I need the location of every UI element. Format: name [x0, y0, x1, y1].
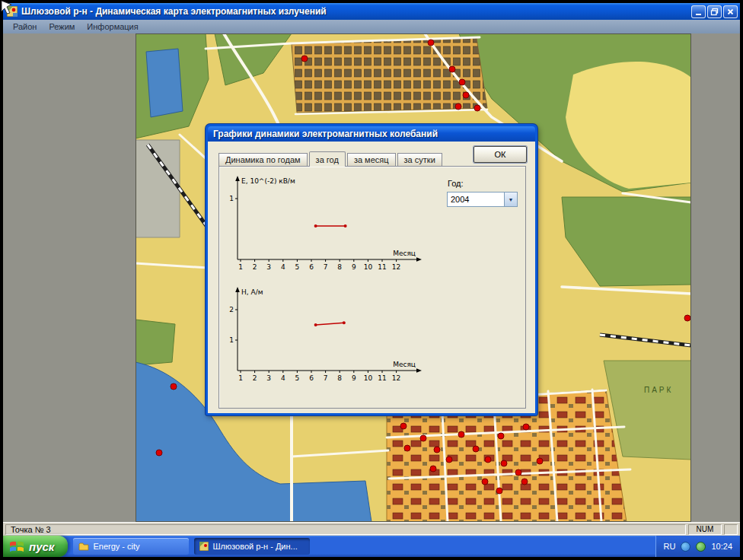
- num-lock-indicator: NUM: [697, 525, 714, 533]
- language-indicator[interactable]: RU: [664, 542, 676, 551]
- year-combobox[interactable]: 2004 ▼: [447, 192, 518, 207]
- close-button[interactable]: [723, 5, 738, 18]
- measurement-point[interactable]: [301, 56, 308, 62]
- tab-panel-za-god: E, 10^(-2) кВ/мМесяц1234567891011121 H, …: [218, 166, 526, 409]
- dialog-tab-0[interactable]: Динамика по годам: [218, 153, 308, 166]
- dialog-titlebar[interactable]: Графики динамики электромагнитных колеба…: [208, 126, 535, 142]
- measurement-point[interactable]: [498, 433, 504, 439]
- park-label: ПАРК: [644, 386, 673, 394]
- measurement-point[interactable]: [537, 458, 543, 464]
- menu-rayon[interactable]: Район: [7, 21, 43, 32]
- folder-icon: [78, 542, 89, 551]
- measurement-point[interactable]: [459, 79, 465, 85]
- measurement-point[interactable]: [400, 423, 407, 429]
- svg-text:5: 5: [295, 374, 300, 382]
- svg-text:4: 4: [281, 263, 285, 271]
- svg-text:9: 9: [352, 374, 356, 382]
- svg-text:Месяц: Месяц: [393, 361, 416, 368]
- taskbar-item-shlyuzovoy[interactable]: Шлюзовой р-н - Дин...: [194, 538, 310, 555]
- menu-informatsiya[interactable]: Информация: [81, 21, 144, 32]
- close-icon: [726, 8, 735, 16]
- measurement-point[interactable]: [496, 488, 502, 494]
- svg-text:8: 8: [337, 263, 342, 271]
- start-button[interactable]: пуск: [3, 536, 68, 557]
- measurement-point[interactable]: [430, 466, 436, 472]
- measurement-point[interactable]: [523, 424, 529, 430]
- svg-text:3: 3: [266, 374, 271, 382]
- map-workspace: ПАРК Графики динамики электромагнитных к…: [3, 33, 740, 522]
- taskbar-item-label: Energy - city: [93, 542, 139, 551]
- screen: Шлюзовой р-н - Динамическая карта электр…: [3, 3, 740, 557]
- svg-text:2: 2: [253, 263, 257, 271]
- combo-dropdown-button[interactable]: ▼: [504, 192, 517, 206]
- dialog-tab-2[interactable]: за месяц: [347, 153, 396, 166]
- chart-h-field: H, А/мМесяц12345678910111212: [225, 285, 431, 386]
- tray-network-icon[interactable]: [681, 542, 690, 552]
- ok-button[interactable]: ОК: [474, 146, 527, 163]
- taskbar-item-energy-city[interactable]: Energy - city: [73, 538, 189, 555]
- corner-artifact: [0, 0, 15, 15]
- measurement-point[interactable]: [446, 457, 452, 463]
- measurement-point[interactable]: [455, 103, 461, 110]
- taskbar-clock: 10:24: [711, 542, 732, 551]
- svg-text:9: 9: [352, 263, 356, 271]
- measurement-point[interactable]: [171, 383, 177, 390]
- menu-rezhim[interactable]: Режим: [43, 21, 81, 32]
- chevron-down-icon: ▼: [509, 197, 514, 202]
- measurement-point[interactable]: [463, 92, 469, 98]
- minimize-icon: [694, 8, 703, 16]
- svg-text:7: 7: [324, 263, 328, 271]
- measurement-point[interactable]: [473, 446, 479, 452]
- map-green-sw: [136, 320, 175, 365]
- measurement-point[interactable]: [684, 315, 690, 321]
- measurement-point[interactable]: [404, 445, 410, 451]
- measurement-point[interactable]: [501, 460, 507, 466]
- svg-text:2: 2: [229, 306, 234, 313]
- map-app-icon: [199, 542, 209, 551]
- svg-text:4: 4: [281, 374, 285, 382]
- svg-text:11: 11: [378, 263, 386, 271]
- measurement-point[interactable]: [482, 479, 488, 485]
- measurement-point[interactable]: [515, 469, 521, 476]
- measurement-point[interactable]: [449, 66, 455, 72]
- measurement-point[interactable]: [521, 479, 528, 485]
- dialog-tab-1[interactable]: за год: [309, 151, 346, 167]
- svg-text:5: 5: [295, 263, 300, 271]
- dialog-tabs: Динамика по годамза годза месяцза сутки: [218, 151, 444, 166]
- app-window: Шлюзовой р-н - Динамическая карта электр…: [3, 3, 740, 536]
- svg-text:Месяц: Месяц: [393, 250, 416, 257]
- measurement-point[interactable]: [485, 457, 491, 463]
- dialog-title: Графики динамики электромагнитных колеба…: [213, 129, 438, 139]
- restore-icon: [710, 8, 719, 16]
- minimize-button[interactable]: [691, 5, 706, 18]
- restore-button[interactable]: [707, 5, 722, 18]
- svg-text:10: 10: [364, 263, 373, 271]
- dialog-tab-3[interactable]: за сутки: [397, 153, 442, 166]
- system-tray: RU 10:24: [655, 536, 740, 557]
- tray-status-icon[interactable]: [696, 542, 706, 552]
- status-end-cell: [724, 524, 738, 535]
- taskbar-item-label: Шлюзовой р-н - Дин...: [212, 542, 297, 551]
- measurement-point[interactable]: [420, 435, 426, 441]
- svg-text:8: 8: [337, 374, 342, 382]
- status-num-cell: NUM: [688, 524, 722, 535]
- svg-text:3: 3: [266, 263, 271, 271]
- measurement-point[interactable]: [156, 450, 162, 456]
- chart-e-field: E, 10^(-2) кВ/мМесяц1234567891011121: [225, 174, 431, 275]
- svg-text:E, 10^(-2) кВ/м: E, 10^(-2) кВ/м: [241, 177, 295, 185]
- status-bar: Точка № 3 NUM: [3, 522, 740, 536]
- svg-text:10: 10: [364, 374, 373, 382]
- svg-text:H, А/м: H, А/м: [241, 288, 263, 296]
- window-titlebar: Шлюзовой р-н - Динамическая карта электр…: [3, 3, 740, 20]
- measurement-point[interactable]: [474, 105, 480, 111]
- measurement-point[interactable]: [458, 431, 464, 438]
- year-label: Год:: [448, 179, 464, 188]
- status-point-cell: Точка № 3: [5, 524, 686, 535]
- measurement-point[interactable]: [434, 447, 440, 453]
- svg-text:12: 12: [392, 263, 400, 271]
- taskbar: пуск Energy - city Шлюзовой р-н - Дин...…: [3, 536, 740, 557]
- measurement-point[interactable]: [428, 40, 434, 46]
- svg-text:1: 1: [238, 374, 243, 382]
- svg-text:1: 1: [229, 336, 234, 344]
- status-point-text: Точка № 3: [11, 525, 51, 534]
